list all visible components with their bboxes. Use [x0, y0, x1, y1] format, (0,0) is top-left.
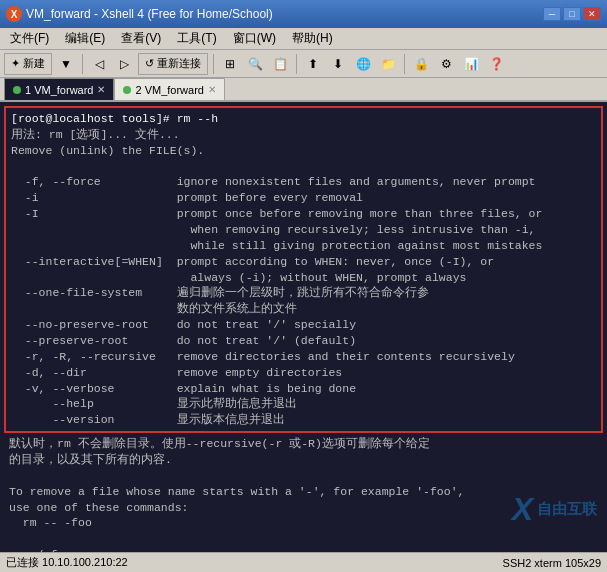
watermark-label: 自由互联	[537, 500, 597, 519]
prompt: [root@localhost tools]# rm --h	[11, 112, 218, 125]
line-f: -f, --force ignore nonexistent files and…	[11, 175, 536, 188]
tab-1-status	[13, 86, 21, 94]
terminal-content: [root@localhost tools]# rm --h 用法: rm [选…	[6, 108, 601, 431]
menu-help[interactable]: 帮助(H)	[284, 28, 341, 49]
window-title: VM_forward - Xshell 4 (Free for Home/Sch…	[26, 7, 273, 21]
line-version: --version 显示版本信息并退出	[11, 413, 285, 426]
new-icon: ✦	[11, 57, 20, 70]
tab-2-status	[123, 86, 131, 94]
toolbar-sep-3	[296, 54, 297, 74]
close-button[interactable]: ✕	[583, 7, 601, 21]
tab-1-close[interactable]: ✕	[97, 84, 105, 95]
line-dir: -d, --dir remove empty directories	[11, 366, 342, 379]
tab-1-label: 1 VM_forward	[25, 84, 93, 96]
toolbar-btn-13[interactable]: ❓	[485, 53, 507, 75]
line-i-lower: -i prompt before every removal	[11, 191, 363, 204]
line-preserve: --preserve-root do not treat '/' (defaul…	[11, 334, 356, 347]
watermark-x-icon: X	[512, 491, 533, 528]
toolbar: ✦ 新建 ▼ ◁ ▷ ↺ 重新连接 ⊞ 🔍 📋 ⬆ ⬇ 🌐 📁 🔒 ⚙ 📊 ❓	[0, 50, 607, 78]
line-I-cont2: while still giving protection against mo…	[11, 239, 542, 252]
line-remove: Remove (unlink) the FILE(s).	[11, 144, 204, 157]
toolbar-btn-7[interactable]: ⬇	[327, 53, 349, 75]
new-button[interactable]: ✦ 新建	[4, 53, 52, 75]
toolbar-arrow-down[interactable]: ▼	[55, 53, 77, 75]
reconnect-icon: ↺	[145, 57, 154, 70]
tab-bar: 1 VM_forward ✕ 2 VM_forward ✕	[0, 78, 607, 102]
main-content: [root@localhost tools]# rm --h 用法: rm [选…	[0, 102, 607, 552]
toolbar-btn-11[interactable]: ⚙	[435, 53, 457, 75]
menu-tools[interactable]: 工具(T)	[169, 28, 224, 49]
toolbar-sep-1	[82, 54, 83, 74]
tab-1[interactable]: 1 VM_forward ✕	[4, 78, 114, 100]
line-one-file: --one-file-system 遍归删除一个层级时，跳过所有不符合命令行参	[11, 286, 429, 299]
toolbar-btn-10[interactable]: 🔒	[410, 53, 432, 75]
toolbar-back[interactable]: ◁	[88, 53, 110, 75]
line-verbose: -v, --verbose explain what is being done	[11, 382, 356, 395]
menu-bar: 文件(F) 编辑(E) 查看(V) 工具(T) 窗口(W) 帮助(H)	[0, 28, 607, 50]
line-interactive-cont: always (-i); without WHEN, prompt always	[11, 271, 466, 284]
menu-view[interactable]: 查看(V)	[113, 28, 169, 49]
line-one-file-cont: 数的文件系统上的文件	[11, 302, 297, 315]
line-interactive: --interactive[=WHEN] prompt according to…	[11, 255, 494, 268]
line-I-cont1: when removing recursively; less intrusiv…	[11, 223, 536, 236]
tab-2[interactable]: 2 VM_forward ✕	[114, 78, 224, 100]
tab-2-close[interactable]: ✕	[208, 84, 216, 95]
toolbar-btn-3[interactable]: ⊞	[219, 53, 241, 75]
title-bar: X VM_forward - Xshell 4 (Free for Home/S…	[0, 0, 607, 28]
maximize-button[interactable]: □	[563, 7, 581, 21]
reconnect-button[interactable]: ↺ 重新连接	[138, 53, 208, 75]
status-session: SSH2 xterm 105x29	[503, 557, 601, 569]
status-bar: 已连接 10.10.100.210:22 SSH2 xterm 105x29	[0, 552, 607, 572]
menu-window[interactable]: 窗口(W)	[225, 28, 284, 49]
line-no-preserve: --no-preserve-root do not treat '/' spec…	[11, 318, 356, 331]
toolbar-btn-4[interactable]: 🔍	[244, 53, 266, 75]
toolbar-btn-5[interactable]: 📋	[269, 53, 291, 75]
toolbar-btn-9[interactable]: 📁	[377, 53, 399, 75]
menu-edit[interactable]: 编辑(E)	[57, 28, 113, 49]
line-help: --help 显示此帮助信息并退出	[11, 397, 297, 410]
line-I-upper: -I prompt once before removing more than…	[11, 207, 542, 220]
toolbar-sep-4	[404, 54, 405, 74]
title-bar-left: X VM_forward - Xshell 4 (Free for Home/S…	[6, 6, 273, 22]
toolbar-sep-2	[213, 54, 214, 74]
line-recursive: -r, -R, --recursive remove directories a…	[11, 350, 515, 363]
app-icon: X	[6, 6, 22, 22]
window-controls: ─ □ ✕	[543, 7, 601, 21]
toolbar-btn-6[interactable]: ⬆	[302, 53, 324, 75]
toolbar-btn-12[interactable]: 📊	[460, 53, 482, 75]
minimize-button[interactable]: ─	[543, 7, 561, 21]
watermark: X 自由互联	[512, 491, 597, 528]
toolbar-forward[interactable]: ▷	[113, 53, 135, 75]
status-connection: 已连接 10.10.100.210:22	[6, 555, 128, 570]
toolbar-btn-8[interactable]: 🌐	[352, 53, 374, 75]
menu-file[interactable]: 文件(F)	[2, 28, 57, 49]
tab-2-label: 2 VM_forward	[135, 84, 203, 96]
line-usage: 用法: rm [选项]... 文件...	[11, 128, 180, 141]
terminal-box: [root@localhost tools]# rm --h 用法: rm [选…	[4, 106, 603, 433]
